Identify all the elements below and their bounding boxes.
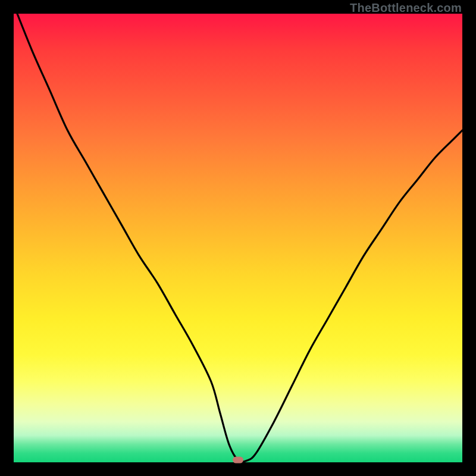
- watermark-label: TheBottleneck.com: [350, 1, 462, 15]
- min-marker: [233, 457, 243, 464]
- bottleneck-curve: [14, 14, 462, 462]
- chart-frame: TheBottleneck.com: [0, 0, 476, 476]
- curve-path: [14, 14, 462, 462]
- plot-area: [14, 14, 462, 462]
